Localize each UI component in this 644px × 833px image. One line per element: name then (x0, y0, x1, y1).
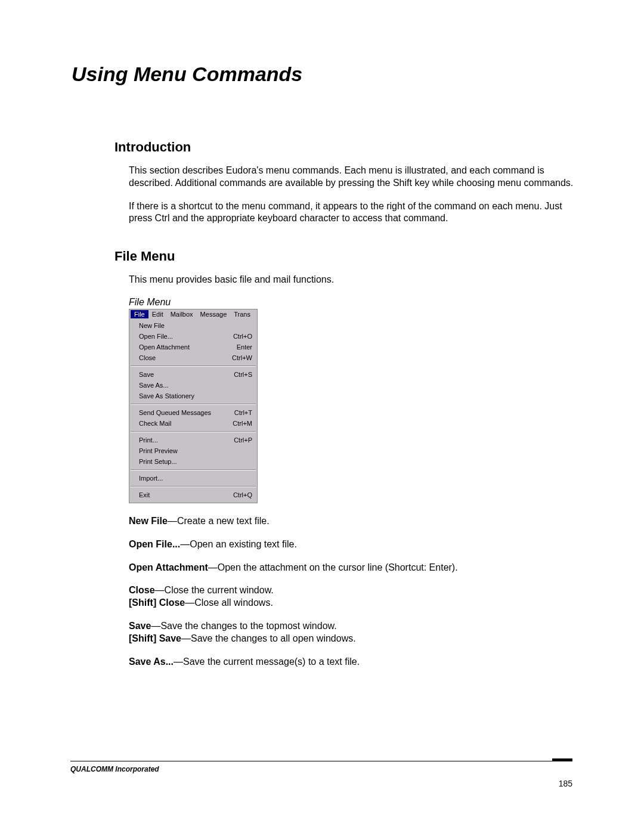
menu-item[interactable]: Open AttachmentEnter (129, 342, 257, 352)
page-number: 185 (559, 779, 572, 788)
menu-item[interactable]: New File (129, 320, 257, 331)
def-shift-close: [Shift] Close—Close all windows. (129, 597, 574, 609)
def-save-as: Save As...—Save the current message(s) t… (129, 656, 574, 668)
menu-item-label: Print Setup... (139, 457, 177, 466)
menu-item[interactable]: SaveCtrl+S (129, 369, 257, 380)
menu-item-shortcut: Ctrl+S (228, 370, 252, 379)
menu-item-label: New File (139, 321, 165, 330)
section-heading-file-menu: File Menu (114, 249, 574, 264)
menu-item-label: Open Attachment (139, 342, 190, 352)
menu-item-label: Save As Stationery (139, 391, 194, 401)
menu-item[interactable]: Save As... (129, 380, 257, 391)
file-menu-dropdown: New FileOpen File...Ctrl+OOpen Attachmen… (129, 319, 257, 503)
menu-item-shortcut: Ctrl+M (227, 419, 252, 428)
def-open-file: Open File...—Open an existing text file. (129, 538, 574, 551)
menu-item[interactable]: Print Preview (129, 445, 257, 456)
menu-separator (131, 486, 256, 487)
menu-item-label: Print Preview (139, 446, 178, 456)
page-footer: QUALCOMM Incorporated 185 (70, 758, 572, 773)
menubar: File Edit Mailbox Message Trans (129, 309, 257, 319)
file-menu-intro: This menu provides basic file and mail f… (129, 274, 574, 286)
section-heading-introduction: Introduction (114, 140, 574, 155)
menu-item-shortcut: Ctrl+O (227, 332, 252, 341)
menu-separator (131, 431, 256, 432)
menu-item-shortcut: Ctrl+W (226, 353, 252, 363)
footer-company: QUALCOMM Incorporated (70, 765, 572, 773)
chapter-title: Using Menu Commands (72, 63, 572, 86)
menu-item-label: Exit (139, 490, 150, 500)
def-open-attachment: Open Attachment—Open the attachment on t… (129, 562, 574, 574)
menu-item-label: Send Queued Messages (139, 408, 211, 417)
menu-item[interactable]: Save As Stationery (129, 391, 257, 401)
menubar-item-message[interactable]: Message (197, 310, 231, 318)
menu-item-label: Import... (139, 473, 163, 483)
menu-item-shortcut: Enter (231, 342, 252, 352)
menu-item[interactable]: Send Queued MessagesCtrl+T (129, 407, 257, 418)
menu-item-label: Save (139, 370, 154, 379)
menubar-item-edit[interactable]: Edit (148, 310, 167, 318)
menu-item[interactable]: Open File...Ctrl+O (129, 331, 257, 342)
intro-paragraph-1: This section describes Eudora's menu com… (129, 165, 574, 190)
def-save: Save—Save the changes to the topmost win… (129, 620, 574, 633)
menu-item-label: Save As... (139, 380, 169, 390)
menubar-item-trans[interactable]: Trans (230, 310, 254, 318)
menu-item[interactable]: Check MailCtrl+M (129, 418, 257, 429)
file-menu-figure: File Edit Mailbox Message Trans New File… (129, 309, 258, 503)
footer-rule-thick (552, 758, 572, 761)
menu-item[interactable]: Print...Ctrl+P (129, 435, 257, 445)
menu-separator (131, 366, 256, 367)
menu-item-label: Close (139, 353, 156, 363)
menu-separator (131, 469, 256, 470)
menu-item-shortcut: Ctrl+P (228, 435, 252, 445)
def-close: Close—Close the current window. (129, 584, 574, 597)
menu-item[interactable]: CloseCtrl+W (129, 352, 257, 363)
figure-caption: File Menu (129, 297, 574, 308)
menu-item[interactable]: Print Setup... (129, 456, 257, 467)
def-shift-save: [Shift] Save—Save the changes to all ope… (129, 633, 574, 645)
menu-item-label: Open File... (139, 332, 173, 341)
menubar-item-mailbox[interactable]: Mailbox (167, 310, 197, 318)
menu-item-shortcut: Ctrl+T (228, 408, 252, 417)
menu-item-label: Check Mail (139, 419, 171, 428)
def-new-file: New File—Create a new text file. (129, 515, 574, 528)
menu-separator (131, 404, 256, 405)
intro-paragraph-2: If there is a shortcut to the menu comma… (129, 200, 574, 225)
menu-item-shortcut: Ctrl+Q (227, 490, 252, 500)
menubar-item-file[interactable]: File (131, 310, 148, 318)
menu-item-label: Print... (139, 435, 158, 445)
menu-item[interactable]: ExitCtrl+Q (129, 490, 257, 500)
menu-item[interactable]: Import... (129, 473, 257, 484)
